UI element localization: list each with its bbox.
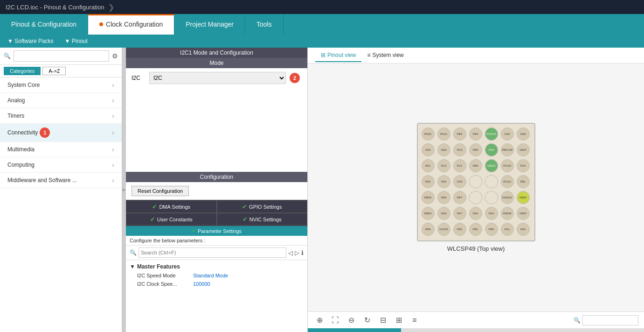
chip-pin: PB1 [469, 223, 482, 236]
sidebar-item-middleware[interactable]: Middleware and Software ... › [0, 173, 122, 188]
clock-tab-dot [99, 22, 103, 26]
layers-button[interactable]: ≡ [409, 314, 421, 326]
app-title: I2C LCD.ioc - Pinout & Configuration [6, 4, 104, 11]
chip-pin: PA0/W [501, 207, 514, 220]
chip-pin: PB1 [517, 175, 530, 188]
config-tabs: ✔ DMA Settings ✔ GPIO Settings ✔ User Co… [126, 200, 307, 226]
mode-section-header: Mode [126, 58, 307, 68]
title-bar: I2C LCD.ioc - Pinout & Configuration ❯ [0, 0, 644, 14]
chevron-right-icon: › [112, 97, 114, 104]
master-features-section: ▼ Master Features I2C Speed Mode Standar… [126, 260, 307, 290]
right-panel: ⊞ Pinout view ≡ System view PA0S PA1S PB… [308, 48, 644, 332]
chip-pin: PB0 [485, 223, 498, 236]
history-forward-icon[interactable]: ▷ [295, 249, 299, 256]
chip-pin: VSSA/V [501, 191, 514, 204]
mf-arrow-icon: ▼ [130, 263, 135, 270]
parameter-settings-tab[interactable]: ✔ Parameter Settings [126, 226, 307, 236]
sidebar-item-timers[interactable]: Timers › [0, 108, 122, 124]
user-constants-tab[interactable]: ✔ User Constants [126, 213, 217, 226]
chip-pin-center [485, 191, 498, 204]
chip-pin: VSS [501, 127, 514, 141]
sidebar-item-multimedia[interactable]: Multimedia › [0, 142, 122, 157]
chip-pin: PA3 [485, 207, 498, 220]
param-value[interactable]: Standard Mode [193, 273, 228, 278]
pinout-view-label: Pinout view [327, 52, 356, 58]
chip-pin: PB9 [422, 223, 435, 236]
chip-pin: PC1 [453, 159, 466, 172]
categories-button[interactable]: Categories [4, 67, 41, 75]
tab-pinout-label: Pinout & Configuration [11, 21, 76, 28]
sidebar-item-computing[interactable]: Computing › [0, 157, 122, 173]
sub-tab-software-packs[interactable]: ▼ Software Packs [7, 38, 54, 44]
reset-config-button[interactable]: Reset Configuration [132, 186, 189, 196]
panel-title: I2C1 Mode and Configuration [126, 48, 307, 58]
sub-tab-pinout[interactable]: ▼ Pinout [65, 38, 88, 44]
mirror-button[interactable]: ⊞ [393, 314, 405, 326]
dma-settings-tab[interactable]: ✔ DMA Settings [126, 200, 217, 213]
param-search-input[interactable] [138, 247, 286, 258]
pinout-view-tab[interactable]: ⊞ Pinout view [315, 49, 361, 62]
history-back-icon[interactable]: ◁ [288, 249, 293, 256]
zoom-out-button[interactable]: ⊖ [345, 314, 357, 326]
zoom-in-button[interactable]: ⊕ [313, 314, 325, 326]
i2c-mode-select[interactable]: I2C [149, 72, 286, 84]
toolbar-search-input[interactable] [582, 315, 638, 325]
system-view-tab[interactable]: ≡ System view [361, 49, 409, 62]
chip-grid: PA0S PA1S PB3 PB4 PC0/70 VSS VDD VSS VDD… [417, 123, 535, 241]
horizontal-scrollbar[interactable] [308, 328, 644, 332]
chip-pin: PA1 [501, 223, 514, 236]
tab-pinout[interactable]: Pinout & Configuration [0, 14, 88, 35]
sidebar: 🔍 ⚙ Categories A->Z System Core › Analog… [0, 48, 122, 332]
sidebar-item-label: Analog [7, 97, 25, 104]
gpio-tab-label: GPIO Settings [249, 204, 282, 210]
tab-clock-label: Clock Configuration [106, 21, 163, 28]
param-check-icon: ✔ [192, 228, 196, 234]
check-icon: ✔ [150, 216, 155, 223]
chip-pin: PA4 [469, 207, 482, 220]
nvic-tab-label: NVIC Settings [249, 217, 282, 222]
chip-pin-yellow: VREF [517, 191, 530, 204]
toolbar-search-icon: 🔍 [574, 317, 581, 324]
master-features-header[interactable]: ▼ Master Features [130, 262, 304, 271]
chip-pin: PB2 [453, 223, 466, 236]
chip-pin: PC2 [437, 159, 450, 172]
chip-pin: PB5S [422, 191, 435, 204]
rotate-button[interactable]: ↻ [361, 314, 373, 326]
center-panel: I2C1 Mode and Configuration Mode I2C I2C… [126, 48, 308, 332]
tab-project[interactable]: Project Manager [174, 14, 245, 35]
tab-clock[interactable]: Clock Configuration [88, 14, 174, 35]
split-view-button[interactable]: ⊟ [377, 314, 389, 326]
chip-pin: PC5 [517, 159, 530, 172]
tab-tools[interactable]: Tools [245, 14, 284, 35]
az-button[interactable]: A->Z [42, 67, 66, 75]
param-value[interactable]: 100000 [193, 281, 210, 287]
chip-pin: VDD [437, 143, 450, 156]
sidebar-item-label: Connectivity [7, 129, 38, 136]
param-tab-label: Parameter Settings [198, 228, 242, 234]
category-buttons: Categories A->Z [0, 65, 122, 78]
chip-pin: PB7 [453, 191, 466, 204]
sidebar-item-label: System Core [7, 82, 40, 88]
nvic-settings-tab[interactable]: ✔ NVIC Settings [217, 213, 308, 226]
fit-view-button[interactable]: ⛶ [329, 314, 341, 326]
dma-tab-label: DMA Settings [159, 204, 190, 210]
chip-pin: VSS [422, 143, 435, 156]
sidebar-item-system-core[interactable]: System Core › [0, 78, 122, 93]
chip-pin: VCAP1 [437, 223, 450, 236]
chip-pin: PB4 [469, 127, 482, 141]
search-input[interactable] [14, 50, 109, 62]
connectivity-badge: 1 [40, 127, 50, 138]
chip-pin: PA6 [422, 175, 435, 188]
sidebar-item-analog[interactable]: Analog › [0, 93, 122, 108]
resize-handle[interactable] [122, 48, 126, 332]
info-icon[interactable]: ℹ [301, 249, 304, 256]
chip-pin: VBAT [517, 143, 530, 156]
chevron-right-icon: › [112, 146, 114, 153]
gpio-settings-tab[interactable]: ✔ GPIO Settings [217, 200, 308, 213]
toolbar-search: 🔍 [574, 315, 638, 325]
sidebar-item-connectivity[interactable]: Connectivity 1 › [0, 124, 122, 142]
scroll-thumb[interactable] [308, 328, 401, 332]
sub-tab-sp-label: ▼ Software Packs [7, 38, 54, 44]
master-features-label: Master Features [137, 263, 180, 270]
gear-icon[interactable]: ⚙ [112, 52, 118, 60]
